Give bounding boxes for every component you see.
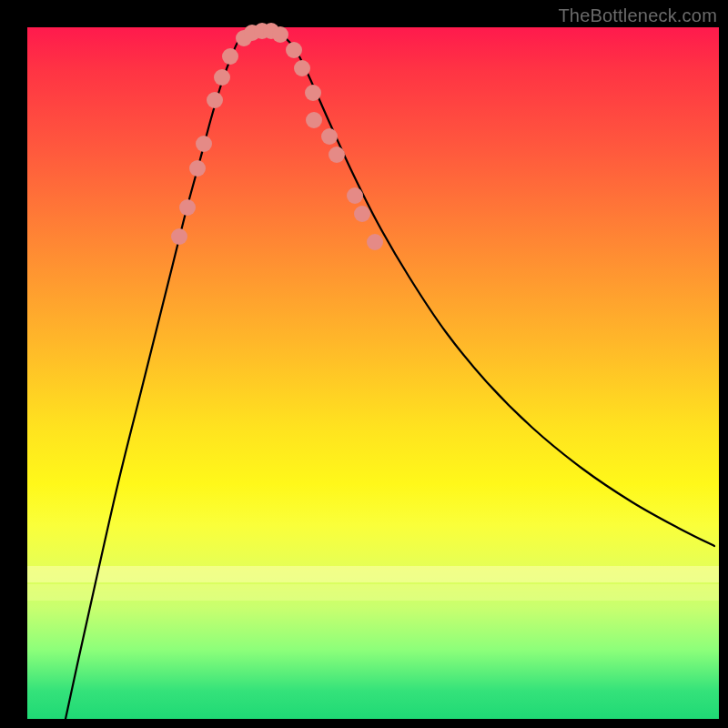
watermark-label: TheBottleneck.com [558, 5, 717, 26]
curve-dot [367, 234, 383, 250]
curve-dot [294, 60, 310, 76]
curve-dot [306, 112, 322, 128]
curve-dot [305, 85, 321, 101]
curve-left-branch [66, 31, 253, 719]
curve-dot [329, 147, 345, 163]
curve-dot [189, 160, 206, 177]
curve-dot [222, 48, 238, 65]
curve-sample-dots [171, 23, 383, 250]
curve-dot [171, 228, 187, 245]
curve-dot [207, 92, 223, 108]
bottleneck-curve-svg [27, 27, 719, 719]
curve-dot [321, 128, 338, 145]
curve-dot [179, 199, 196, 216]
chart-frame: TheBottleneck.com [0, 0, 728, 728]
curve-dot [286, 42, 302, 58]
plot-area [27, 27, 719, 719]
curve-group [66, 30, 714, 719]
curve-dot [272, 26, 288, 43]
curve-dot [354, 206, 370, 222]
curve-dot [347, 187, 363, 204]
curve-dot [196, 136, 212, 152]
curve-dot [214, 69, 230, 86]
curve-right-branch [275, 31, 714, 546]
